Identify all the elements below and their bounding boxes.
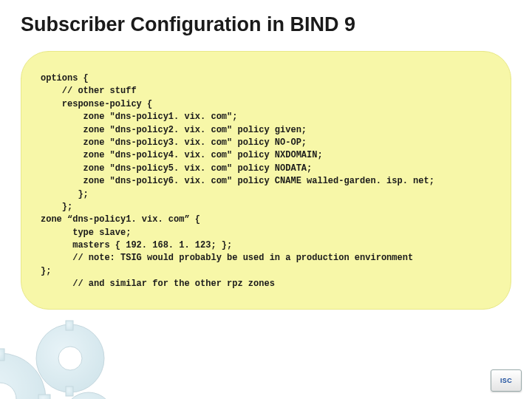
- svg-rect-10: [66, 321, 73, 330]
- slide-title: Subscriber Configuration in BIND 9: [0, 0, 532, 42]
- config-code: options { // other stuff response-policy…: [41, 72, 491, 291]
- config-panel: options { // other stuff response-policy…: [21, 51, 511, 310]
- isc-logo: ISC: [491, 369, 522, 392]
- svg-point-3: [58, 347, 82, 370]
- gears-decoration: [0, 288, 140, 399]
- svg-rect-11: [66, 386, 73, 396]
- svg-rect-6: [0, 349, 4, 361]
- svg-rect-9: [38, 395, 50, 399]
